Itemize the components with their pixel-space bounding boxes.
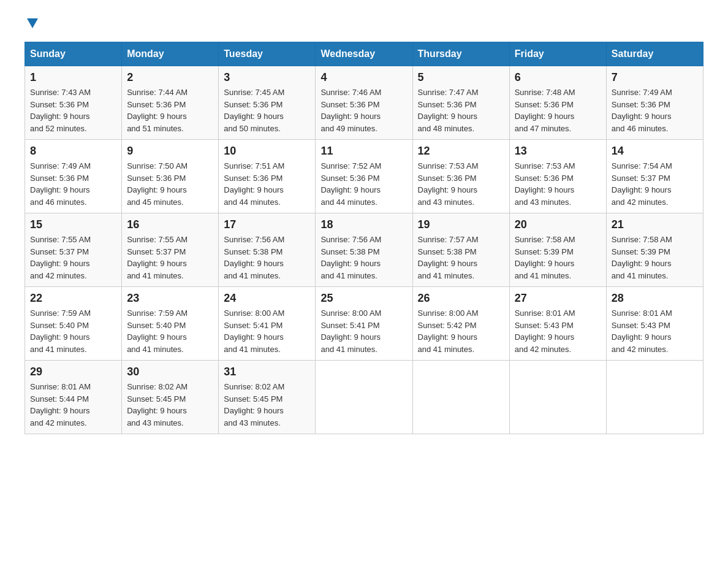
week-row-3: 15 Sunrise: 7:55 AM Sunset: 5:37 PM Dayl… (25, 213, 703, 287)
day-cell: 17 Sunrise: 7:56 AM Sunset: 5:38 PM Dayl… (219, 213, 316, 287)
day-cell: 7 Sunrise: 7:49 AM Sunset: 5:36 PM Dayli… (606, 66, 703, 140)
day-info: Sunrise: 8:00 AM Sunset: 5:41 PM Dayligh… (224, 307, 310, 355)
day-cell: 29 Sunrise: 8:01 AM Sunset: 5:44 PM Dayl… (25, 361, 122, 434)
day-info: Sunrise: 7:59 AM Sunset: 5:40 PM Dayligh… (127, 307, 213, 355)
day-info: Sunrise: 7:59 AM Sunset: 5:40 PM Dayligh… (30, 307, 116, 355)
week-row-4: 22 Sunrise: 7:59 AM Sunset: 5:40 PM Dayl… (25, 287, 703, 361)
day-number: 3 (224, 71, 310, 84)
day-cell: 9 Sunrise: 7:50 AM Sunset: 5:36 PM Dayli… (122, 140, 219, 213)
day-cell: 20 Sunrise: 7:58 AM Sunset: 5:39 PM Dayl… (509, 213, 606, 287)
day-cell: 6 Sunrise: 7:48 AM Sunset: 5:36 PM Dayli… (509, 66, 606, 140)
page-header (25, 18, 703, 29)
day-number: 28 (612, 292, 698, 305)
logo-arrow-icon (26, 16, 39, 29)
day-info: Sunrise: 7:56 AM Sunset: 5:38 PM Dayligh… (224, 234, 310, 282)
day-number: 9 (127, 145, 213, 158)
day-cell: 3 Sunrise: 7:45 AM Sunset: 5:36 PM Dayli… (219, 66, 316, 140)
day-info: Sunrise: 7:52 AM Sunset: 5:36 PM Dayligh… (320, 160, 407, 208)
day-cell: 31 Sunrise: 8:02 AM Sunset: 5:45 PM Dayl… (219, 361, 316, 434)
day-cell: 27 Sunrise: 8:01 AM Sunset: 5:43 PM Dayl… (509, 287, 606, 361)
header-cell-thursday: Thursday (412, 42, 509, 66)
day-cell: 13 Sunrise: 7:53 AM Sunset: 5:36 PM Dayl… (509, 140, 606, 213)
week-row-1: 1 Sunrise: 7:43 AM Sunset: 5:36 PM Dayli… (25, 66, 703, 140)
day-info: Sunrise: 8:00 AM Sunset: 5:42 PM Dayligh… (418, 307, 504, 355)
day-info: Sunrise: 7:46 AM Sunset: 5:36 PM Dayligh… (320, 86, 407, 134)
day-cell: 5 Sunrise: 7:47 AM Sunset: 5:36 PM Dayli… (412, 66, 509, 140)
logo (25, 18, 39, 29)
day-number: 22 (30, 292, 116, 305)
week-row-5: 29 Sunrise: 8:01 AM Sunset: 5:44 PM Dayl… (25, 361, 703, 434)
day-cell: 18 Sunrise: 7:56 AM Sunset: 5:38 PM Dayl… (316, 213, 412, 287)
day-info: Sunrise: 8:02 AM Sunset: 5:45 PM Dayligh… (224, 381, 310, 429)
day-number: 18 (320, 218, 407, 231)
day-number: 19 (418, 218, 504, 231)
day-number: 5 (418, 71, 504, 84)
day-info: Sunrise: 8:02 AM Sunset: 5:45 PM Dayligh… (127, 381, 213, 429)
day-number: 25 (320, 292, 407, 305)
day-info: Sunrise: 7:55 AM Sunset: 5:37 PM Dayligh… (127, 234, 213, 282)
day-info: Sunrise: 8:00 AM Sunset: 5:41 PM Dayligh… (320, 307, 407, 355)
day-number: 14 (612, 145, 698, 158)
header-cell-wednesday: Wednesday (316, 42, 412, 66)
header-row: SundayMondayTuesdayWednesdayThursdayFrid… (25, 42, 703, 66)
day-number: 21 (612, 218, 698, 231)
day-number: 20 (515, 218, 601, 231)
day-info: Sunrise: 7:58 AM Sunset: 5:39 PM Dayligh… (612, 234, 698, 282)
day-cell (606, 361, 703, 434)
day-number: 23 (127, 292, 213, 305)
day-number: 16 (127, 218, 213, 231)
day-cell: 30 Sunrise: 8:02 AM Sunset: 5:45 PM Dayl… (122, 361, 219, 434)
day-info: Sunrise: 7:44 AM Sunset: 5:36 PM Dayligh… (127, 86, 213, 134)
header-cell-sunday: Sunday (25, 42, 122, 66)
day-cell: 28 Sunrise: 8:01 AM Sunset: 5:43 PM Dayl… (606, 287, 703, 361)
day-number: 17 (224, 218, 310, 231)
day-number: 26 (418, 292, 504, 305)
day-number: 1 (30, 71, 116, 84)
day-cell: 1 Sunrise: 7:43 AM Sunset: 5:36 PM Dayli… (25, 66, 122, 140)
day-info: Sunrise: 7:53 AM Sunset: 5:36 PM Dayligh… (418, 160, 504, 208)
day-cell: 25 Sunrise: 8:00 AM Sunset: 5:41 PM Dayl… (316, 287, 412, 361)
day-info: Sunrise: 7:50 AM Sunset: 5:36 PM Dayligh… (127, 160, 213, 208)
calendar-header: SundayMondayTuesdayWednesdayThursdayFrid… (25, 42, 703, 66)
header-cell-tuesday: Tuesday (219, 42, 316, 66)
day-info: Sunrise: 7:49 AM Sunset: 5:36 PM Dayligh… (612, 86, 698, 134)
day-cell: 10 Sunrise: 7:51 AM Sunset: 5:36 PM Dayl… (219, 140, 316, 213)
day-number: 13 (515, 145, 601, 158)
day-info: Sunrise: 8:01 AM Sunset: 5:44 PM Dayligh… (30, 381, 116, 429)
day-cell (509, 361, 606, 434)
day-info: Sunrise: 7:54 AM Sunset: 5:37 PM Dayligh… (612, 160, 698, 208)
day-info: Sunrise: 8:01 AM Sunset: 5:43 PM Dayligh… (612, 307, 698, 355)
day-info: Sunrise: 7:55 AM Sunset: 5:37 PM Dayligh… (30, 234, 116, 282)
day-info: Sunrise: 7:56 AM Sunset: 5:38 PM Dayligh… (320, 234, 407, 282)
day-cell: 26 Sunrise: 8:00 AM Sunset: 5:42 PM Dayl… (412, 287, 509, 361)
header-cell-friday: Friday (509, 42, 606, 66)
day-info: Sunrise: 7:45 AM Sunset: 5:36 PM Dayligh… (224, 86, 310, 134)
day-number: 6 (515, 71, 601, 84)
day-info: Sunrise: 7:48 AM Sunset: 5:36 PM Dayligh… (515, 86, 601, 134)
day-number: 4 (320, 71, 407, 84)
day-info: Sunrise: 7:49 AM Sunset: 5:36 PM Dayligh… (30, 160, 116, 208)
day-cell (316, 361, 412, 434)
day-cell: 24 Sunrise: 8:00 AM Sunset: 5:41 PM Dayl… (219, 287, 316, 361)
day-number: 12 (418, 145, 504, 158)
calendar-body: 1 Sunrise: 7:43 AM Sunset: 5:36 PM Dayli… (25, 66, 703, 434)
day-info: Sunrise: 7:53 AM Sunset: 5:36 PM Dayligh… (515, 160, 601, 208)
day-cell: 21 Sunrise: 7:58 AM Sunset: 5:39 PM Dayl… (606, 213, 703, 287)
svg-marker-0 (27, 18, 38, 28)
day-number: 2 (127, 71, 213, 84)
day-info: Sunrise: 7:47 AM Sunset: 5:36 PM Dayligh… (418, 86, 504, 134)
day-info: Sunrise: 7:57 AM Sunset: 5:38 PM Dayligh… (418, 234, 504, 282)
day-number: 15 (30, 218, 116, 231)
day-cell: 14 Sunrise: 7:54 AM Sunset: 5:37 PM Dayl… (606, 140, 703, 213)
calendar-table: SundayMondayTuesdayWednesdayThursdayFrid… (25, 42, 703, 434)
day-number: 7 (612, 71, 698, 84)
day-cell: 16 Sunrise: 7:55 AM Sunset: 5:37 PM Dayl… (122, 213, 219, 287)
day-number: 30 (127, 366, 213, 378)
header-cell-saturday: Saturday (606, 42, 703, 66)
day-number: 27 (515, 292, 601, 305)
day-cell: 22 Sunrise: 7:59 AM Sunset: 5:40 PM Dayl… (25, 287, 122, 361)
day-info: Sunrise: 7:58 AM Sunset: 5:39 PM Dayligh… (515, 234, 601, 282)
day-number: 11 (320, 145, 407, 158)
day-number: 10 (224, 145, 310, 158)
day-number: 29 (30, 366, 116, 378)
